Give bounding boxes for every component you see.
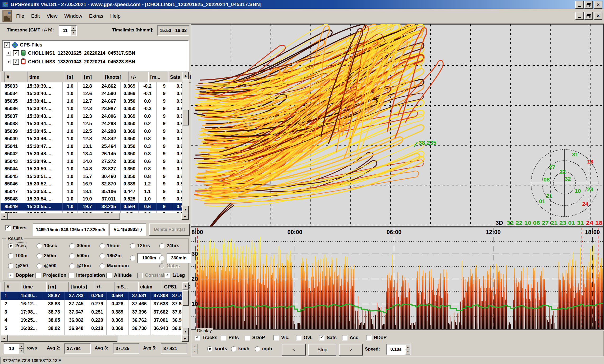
vertical-scrollbar[interactable]: ▲▼ — [182, 282, 189, 335]
radio-2sec[interactable] — [8, 243, 13, 249]
tree-expander-icon[interactable]: + — [6, 51, 11, 55]
minimize-button[interactable] — [575, 1, 584, 9]
chart-scale-spinner[interactable]: ▲ ▼ — [192, 344, 198, 354]
result-flag-Altitude[interactable]: Altitude — [106, 273, 132, 278]
menu-item-extras[interactable]: Extras — [86, 12, 107, 21]
delete-points-button[interactable]: Delete Point(s) — [149, 223, 190, 236]
result-option-1000m[interactable]: 1000m — [130, 253, 161, 263]
radio-@250[interactable] — [8, 263, 13, 269]
table-row[interactable]: 8504015:30:46....1.012.824.8420.3500.390… — [1, 135, 182, 143]
checkbox-SDoP[interactable] — [245, 335, 250, 340]
radio-mph[interactable] — [255, 346, 260, 352]
scroll-up-icon[interactable]: ▲ — [182, 72, 189, 79]
unit-option-mph[interactable]: mph — [255, 346, 272, 352]
display-flag-Acc[interactable]: Acc — [342, 335, 358, 340]
option-input-1000m[interactable]: 1000m — [137, 253, 161, 263]
step-forward-button[interactable]: > — [339, 344, 363, 356]
radio-@500[interactable] — [36, 263, 42, 269]
table-row[interactable]: 8504915:30:55....1.019.738.2350.5640.690… — [1, 203, 182, 211]
radio-Gates[interactable] — [159, 263, 164, 269]
result-flag-1/Leg[interactable]: ✓1/Leg — [165, 273, 185, 278]
checkbox-Projection[interactable] — [35, 273, 41, 278]
table-row[interactable]: 8504115:30:47....1.013.125.4640.3500.390… — [1, 143, 182, 150]
menu-item-help[interactable]: Help — [107, 12, 124, 21]
radio-10sec[interactable] — [36, 243, 42, 249]
table-row[interactable]: 8504315:30:49....1.014.027.2720.3500.690… — [1, 158, 182, 165]
result-flag-Projection[interactable]: Projection — [35, 273, 66, 278]
menu-item-edit[interactable]: Edit — [28, 12, 43, 21]
checkbox-1/Leg[interactable]: ✓ — [165, 273, 170, 278]
checkbox-Altitude[interactable] — [106, 273, 112, 278]
scroll-right-icon[interactable]: ► — [181, 335, 189, 342]
result-option-@250[interactable]: @250 — [8, 263, 28, 269]
table-row[interactable]: 216:12...38.8337.7450.2790.42837.46637.6… — [1, 300, 182, 308]
column-header-5[interactable]: mS... — [115, 282, 138, 292]
radio-12hrs[interactable] — [130, 243, 135, 249]
result-option-1852m[interactable]: 1852m — [99, 253, 122, 259]
speed-spinner[interactable]: 0.10s ▲▼ — [386, 344, 411, 355]
chart-scale-down-icon[interactable]: ▼ — [192, 349, 198, 354]
unit-option-kmh[interactable]: km/h — [231, 346, 249, 352]
tree-file-item[interactable]: +✓CHOLLINS1_123201625_20220214_045317.SB… — [6, 50, 188, 57]
result-option-10sec[interactable]: 10sec — [36, 243, 57, 249]
table-row[interactable]: 8503515:30:41....1.012.724.6670.3500.090… — [1, 97, 182, 105]
radio-500m[interactable] — [69, 253, 75, 259]
display-flag-Ovl[interactable]: Ovl. — [296, 335, 313, 340]
scrollbar-thumb[interactable] — [8, 335, 117, 342]
column-header-3[interactable]: ⌈m⌉ — [82, 72, 103, 83]
vertical-scrollbar[interactable]: ▲▼ — [182, 72, 189, 213]
table-row[interactable]: 8505015:30:56....1.019.938.10.50.490.8 — [1, 211, 182, 213]
display-flag-HDoP[interactable]: HDoP — [366, 335, 387, 340]
table-row[interactable]: 8504615:30:52....1.016.932.8700.3891.290… — [1, 180, 182, 188]
checkbox-Pnts[interactable] — [221, 335, 226, 340]
result-option-30min[interactable]: 30min — [69, 243, 90, 249]
root-checkbox[interactable]: ✓ — [4, 42, 10, 48]
checkbox-Doppler[interactable]: ✓ — [8, 273, 13, 278]
scroll-down-icon[interactable]: ▼ — [182, 328, 189, 335]
scrollbar-thumb[interactable] — [182, 110, 189, 125]
result-option-Gates[interactable]: Gates — [159, 263, 180, 269]
table-row[interactable]: 8503915:30:45....1.012.524.2980.3690.090… — [1, 128, 182, 135]
plot-area[interactable]: 38.23531272208321023210118243D32 22 10 0… — [190, 23, 604, 331]
speed-down-icon[interactable]: ▼ — [405, 349, 410, 354]
tree-file-item[interactable]: +✓CHOLLINS3_133201043_20220214_045323.SB… — [6, 58, 188, 66]
timezone-down-icon[interactable]: ▼ — [71, 31, 76, 35]
result-flag-Constrain[interactable]: Constrain — [137, 273, 167, 278]
option-input-360min[interactable]: 360min — [167, 253, 191, 263]
checkbox-Vic[interactable] — [273, 335, 279, 340]
mdi-restore-button[interactable] — [584, 12, 593, 20]
table-row[interactable]: 8504215:30:48....1.013.426.1450.3500.390… — [1, 150, 182, 158]
column-header-7[interactable]: GPS1 — [162, 282, 185, 292]
step-back-button[interactable]: < — [282, 344, 306, 356]
speed-up-icon[interactable]: ▲ — [405, 344, 410, 349]
result-option-360min[interactable]: 360min — [159, 253, 191, 263]
mdi-close-button[interactable]: ✕ — [594, 12, 602, 20]
column-header-1[interactable]: time — [28, 72, 65, 83]
scroll-down-icon[interactable]: ▼ — [182, 206, 189, 213]
column-header-4[interactable]: ⌈knots⌉ — [103, 72, 129, 83]
chart-scale-up-icon[interactable]: ▲ — [192, 344, 198, 349]
table-row[interactable]: 419:25...38.0536.9820.2200.36936.76237.0… — [1, 316, 182, 324]
menu-item-window[interactable]: Window — [61, 12, 86, 21]
unit-option-knots[interactable]: knots — [207, 346, 227, 352]
timezone-spinner[interactable]: 11 ▲▼ — [59, 25, 77, 36]
radio-@1km[interactable] — [69, 263, 75, 269]
timezone-up-icon[interactable]: ▲ — [71, 26, 76, 31]
table-row[interactable]: 8503715:30:43....1.012.324.0060.3690.090… — [1, 113, 182, 120]
table-row[interactable]: 8503315:30:39....1.012.824.8620.369-0.29… — [1, 82, 182, 90]
table-row[interactable]: 8503815:30:44....1.012.524.2980.3500.290… — [1, 120, 182, 128]
column-header-5[interactable]: +/- — [129, 72, 148, 83]
rows-down-icon[interactable]: ▼ — [19, 349, 24, 353]
table-row[interactable]: 8503415:30:40....1.012.624.5900.369-0.19… — [1, 90, 182, 98]
result-flag-Doppler[interactable]: ✓Doppler — [8, 273, 34, 278]
scroll-left-icon[interactable]: ◄ — [1, 213, 8, 220]
table-row[interactable]: 8504515:30:51....1.015.730.4600.3500.890… — [1, 173, 182, 180]
radio-100m[interactable] — [8, 253, 13, 259]
result-option-@500[interactable]: @500 — [36, 263, 57, 269]
checkbox-Constrain[interactable] — [137, 273, 143, 278]
file-checkbox[interactable]: ✓ — [13, 50, 19, 56]
radio-knots[interactable] — [207, 346, 212, 352]
scroll-left-icon[interactable]: ◄ — [1, 335, 8, 342]
scrollbar-thumb[interactable] — [182, 290, 189, 306]
radio-30min[interactable] — [69, 243, 75, 249]
